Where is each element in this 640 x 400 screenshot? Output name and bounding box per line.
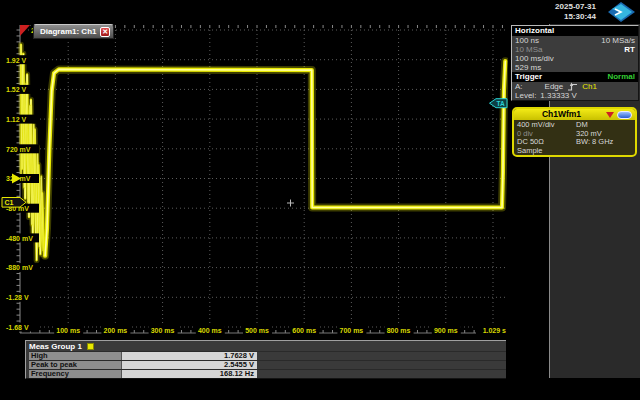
meas-value: 168.12 Hz	[121, 370, 257, 378]
trigger-state-value: Normal	[607, 72, 635, 82]
grid	[20, 30, 507, 327]
horizontal-trigger-panel[interactable]: Horizontal 100 ns 10 MSa/s 10 MSa RT 100…	[511, 25, 639, 101]
trace-main-pulse	[45, 61, 505, 256]
y-axis-label: -880 mV	[6, 264, 33, 271]
dialog-pin-icon[interactable]	[606, 112, 614, 118]
meas-label: High	[29, 352, 121, 360]
x-axis-label: 100 ms	[56, 327, 80, 334]
trigger-title: Trigger	[515, 72, 542, 82]
meas-label: Frequency	[29, 370, 121, 378]
meas-group-title: Meas Group 1	[29, 342, 82, 351]
ch1-waveform-dialog[interactable]: Ch1Wfm1 400 mV/div DM 0 div 320 mV DC 50…	[512, 107, 637, 157]
trigger-level-marker[interactable]: TA	[490, 99, 508, 108]
time-label: 15:30:44	[555, 12, 596, 22]
timebase-scale-value: 100 ms/div	[515, 54, 554, 63]
x-axis-label: 200 ms	[104, 327, 128, 334]
trigger-level-value: 1.33333 V	[540, 91, 576, 100]
diagram-tab-label: Diagram1: Ch1	[40, 27, 96, 36]
x-axis-label: 300 ms	[151, 327, 175, 334]
y-axis-label: -480 mV	[6, 235, 33, 242]
diagram-plot-area: 2.32 V1.92 V1.52 V1.12 V720 mV320 mV-80 …	[0, 24, 508, 340]
ch1-trace	[21, 45, 505, 260]
y-axis-label: -1.28 V	[6, 294, 29, 301]
top-bar: 2025-07-31 15:30:44	[0, 0, 640, 24]
y-axis-label: 1.52 V	[6, 86, 27, 93]
resolution-value: 100 ns	[515, 36, 539, 45]
ground-level-marker[interactable]: C1	[2, 198, 26, 208]
oscilloscope-screen: 2025-07-31 15:30:44 2.32 V1.92 V1.52 V1.…	[0, 0, 640, 400]
meas-row-frequency: Frequency 168.12 Hz	[29, 369, 506, 378]
meas-label: Peak to peak	[29, 361, 121, 369]
trigger-type-value: Edge	[545, 82, 564, 91]
trigger-row-source: A: Edge Ch1	[512, 82, 638, 91]
meas-value: 2.5455 V	[121, 361, 257, 369]
trace-main-pulse	[45, 61, 505, 256]
measurement-results-panel: Meas Group 1 High 1.7628 V Peak to peak …	[25, 340, 506, 379]
acquire-mode-value: Sample	[514, 147, 576, 156]
x-axis-label: 800 ms	[387, 327, 411, 334]
horizontal-row-record: 10 MSa RT	[512, 45, 638, 54]
ch1-waveform-dialog-body: 400 mV/div DM 0 div 320 mV DC 50Ω BW: 8 …	[514, 120, 635, 156]
horizontal-title: Horizontal	[515, 26, 554, 36]
horizontal-section-header: Horizontal	[512, 26, 638, 36]
y-axis-label: 720 mV	[6, 146, 31, 153]
trigger-row-level: Level: 1.33333 V	[512, 91, 638, 100]
x-axis-label: 400 ms	[198, 327, 222, 334]
right-sidebar: Horizontal 100 ns 10 MSa/s 10 MSa RT 100…	[508, 24, 640, 378]
ground-marker-label: C1	[5, 199, 14, 206]
x-axis-label: 900 ms	[434, 327, 458, 334]
dialog-minimize-button[interactable]	[617, 111, 632, 119]
x-axis-end-label: 1.029 s	[483, 327, 506, 334]
trigger-source-prefix: A:	[515, 82, 523, 91]
reference-cross-icon	[287, 200, 294, 207]
wfm-row-mode: Sample	[514, 147, 635, 156]
y-axis-label: -1.68 V	[6, 324, 29, 331]
acquisition-mode-value: RT	[624, 45, 635, 54]
meas-table: High 1.7628 V Peak to peak 2.5455 V Freq…	[29, 351, 506, 378]
datetime-display: 2025-07-31 15:30:44	[555, 2, 596, 22]
record-length-value: 10 MSa	[515, 45, 543, 54]
y-axis-label: 1.12 V	[6, 116, 27, 123]
y-axis-label: 1.92 V	[6, 57, 27, 64]
meas-group-header[interactable]: Meas Group 1	[26, 341, 506, 351]
meas-row-high: High 1.7628 V	[29, 351, 506, 360]
ch1-waveform-dialog-title: Ch1Wfm1	[517, 109, 606, 120]
tab-close-icon[interactable]: ✕	[100, 27, 110, 37]
horizontal-position-value: 529 ms	[515, 63, 541, 72]
diagram-tab[interactable]: Diagram1: Ch1 ✕	[33, 24, 114, 39]
horizontal-row-resolution: 100 ns 10 MSa/s	[512, 36, 638, 45]
meas-source-ch1-badge	[87, 343, 94, 350]
horizontal-row-scale: 100 ms/div	[512, 54, 638, 63]
trigger-source-value: Ch1	[582, 82, 597, 91]
trigger-marker-label: TA	[497, 100, 505, 107]
ch1-waveform-dialog-header[interactable]: Ch1Wfm1	[514, 109, 635, 120]
meas-value: 1.7628 V	[121, 352, 257, 360]
waveform-canvas: 2.32 V1.92 V1.52 V1.12 V720 mV320 mV-80 …	[0, 24, 508, 340]
horizontal-row-position: 529 ms	[512, 63, 638, 72]
rohde-schwarz-logo-icon	[608, 2, 635, 22]
bandwidth-value: BW: 8 GHz	[576, 138, 635, 147]
rising-edge-icon	[567, 82, 578, 91]
x-axis-label: 700 ms	[340, 327, 364, 334]
x-axis-label: 500 ms	[245, 327, 269, 334]
date-label: 2025-07-31	[555, 2, 596, 12]
trigger-section-header: Trigger Normal	[512, 72, 638, 82]
wfm-row-mode-extra	[576, 147, 635, 156]
meas-row-peak-to-peak: Peak to peak 2.5455 V	[29, 360, 506, 369]
sample-rate-value: 10 MSa/s	[601, 36, 635, 45]
trigger-level-label: Level:	[515, 91, 536, 100]
x-axis-label: 600 ms	[292, 327, 316, 334]
trace-main-pulse	[45, 61, 505, 256]
